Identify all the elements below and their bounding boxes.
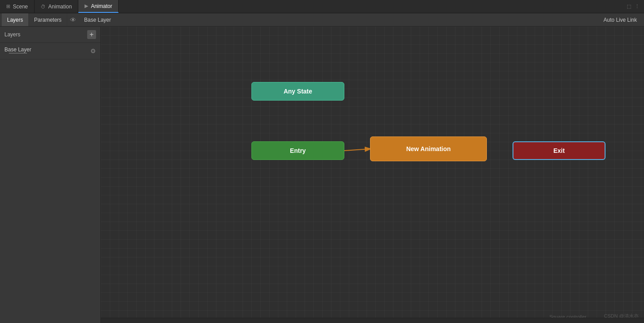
node-entry[interactable]: Entry (251, 141, 344, 160)
title-bar-right: ⬚ ⋮ (627, 4, 644, 9)
node-any-state[interactable]: Any State (251, 82, 344, 101)
breadcrumb: Base Layer (79, 17, 116, 23)
tab-layers[interactable]: Layers (2, 13, 29, 26)
layer-item-base[interactable]: Base Layer ⚙ (0, 43, 100, 59)
layer-name: Base Layer (4, 47, 31, 53)
window-icon-1[interactable]: ⬚ (627, 4, 631, 9)
animation-icon: ⏱ (41, 4, 46, 9)
canvas-area[interactable]: Any State Entry New Animation Exit CSDN … (101, 27, 644, 323)
tab-animator[interactable]: ▶ Animator (78, 0, 119, 13)
sidebar-header: Layers + (0, 27, 100, 43)
arrows-svg (101, 27, 644, 323)
auto-live-link-button[interactable]: Auto Live Link (604, 17, 642, 23)
sidebar: Layers + Base Layer ⚙ (0, 27, 101, 323)
arrow-entry-to-new-animation (344, 149, 370, 151)
scene-icon: ⊞ (6, 4, 10, 9)
eye-icon[interactable]: 👁 (67, 16, 79, 23)
bottom-scrollbar[interactable] (101, 318, 644, 323)
gear-icon[interactable]: ⚙ (90, 47, 96, 54)
layer-divider (9, 53, 27, 54)
node-new-animation[interactable]: New Animation (370, 136, 487, 161)
sub-toolbar: Layers Parameters 👁 Base Layer Auto Live… (0, 13, 644, 27)
main-layout: Layers + Base Layer ⚙ Any State (0, 27, 644, 323)
animator-icon: ▶ (85, 3, 88, 9)
title-bar: ⊞ Scene ⏱ Animation ▶ Animator ⬚ ⋮ (0, 0, 644, 13)
tab-scene[interactable]: ⊞ Scene (0, 0, 35, 13)
add-layer-button[interactable]: + (87, 30, 96, 39)
sidebar-title: Layers (4, 31, 20, 38)
node-exit[interactable]: Exit (513, 141, 605, 160)
window-icon-2[interactable]: ⋮ (635, 4, 640, 9)
tab-parameters[interactable]: Parameters (29, 13, 67, 26)
tab-animation[interactable]: ⏱ Animation (35, 0, 78, 13)
